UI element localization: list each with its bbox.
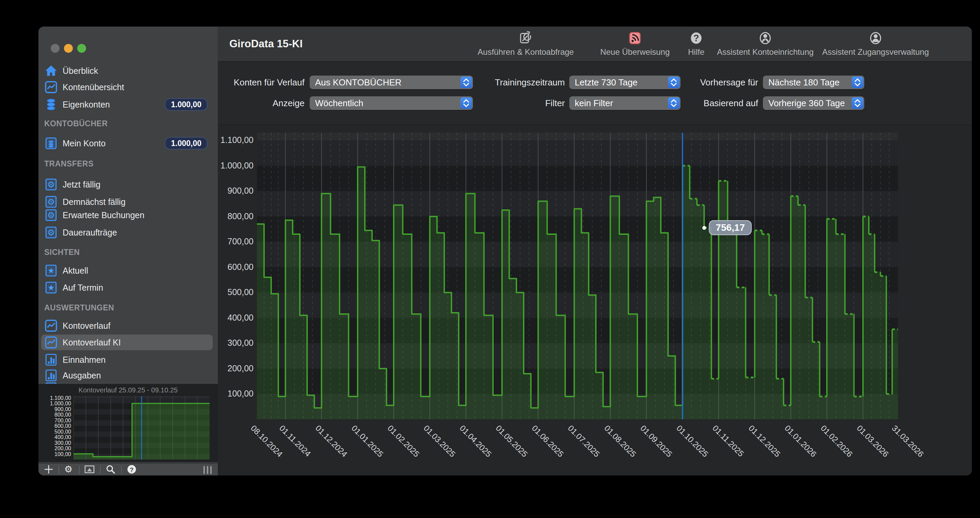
toolbar-separator xyxy=(59,465,59,474)
minimap-y-tick-label: 1.100,00 xyxy=(38,395,71,401)
sidebar-item-kontoverlauf-ki[interactable]: Kontoverlauf KI xyxy=(38,334,218,351)
toolbar-button-assistent-zugangsverwaltung[interactable]: Assistent Zugangsverwaltung xyxy=(822,30,929,57)
sidebar-item-auf-termin[interactable]: ★Auf Termin xyxy=(38,279,218,296)
sidebar-section-header: AUSWERTUNGEN xyxy=(44,303,114,312)
sidebar-item-einnahmen[interactable]: Einnahmen xyxy=(38,352,218,368)
y-tick-label: 400,00 xyxy=(218,313,253,323)
sidebar-item-label: Eigenkonten xyxy=(63,100,110,110)
minimap-chart[interactable] xyxy=(73,396,210,459)
forecast-chart[interactable]: 756,17 xyxy=(257,133,898,419)
toolbar-button-label: Hilfe xyxy=(688,47,705,57)
sidebar-item-label: Jetzt fällig xyxy=(63,180,100,190)
toolbar-button-assistent-kontoeinrichtung[interactable]: Assistent Kontoeinrichtung xyxy=(717,30,814,57)
chart-box-icon xyxy=(44,80,58,94)
minimap-title: Kontoverlauf 25.09.25 - 09.10.25 xyxy=(38,386,218,394)
chart-box-icon xyxy=(44,319,58,333)
gear-box-icon: ⚙ xyxy=(44,195,58,209)
minimize-button[interactable] xyxy=(64,44,73,53)
minimap-y-tick-label: 800,00 xyxy=(38,412,71,418)
toolbar-button-ausführen-kontoabfrage[interactable]: Ausführen & Kontoabfrage xyxy=(478,30,574,57)
svg-text:★: ★ xyxy=(48,283,55,292)
add-icon[interactable] xyxy=(43,464,54,476)
svg-text:?: ? xyxy=(694,33,699,43)
toolbar-button-neue-überweisung[interactable]: Neue Überweisung xyxy=(600,30,670,57)
toolbar-button-hilfe[interactable]: ? Hilfe xyxy=(688,30,705,57)
person-icon xyxy=(822,30,929,46)
y-tick-label: 1.000,00 xyxy=(218,161,253,171)
x-tick-label: 01.11.2025 xyxy=(711,423,746,459)
balance-badge: 1.000,00 xyxy=(165,137,208,150)
toolbar-separator xyxy=(79,465,80,474)
x-tick-label: 01.02.2026 xyxy=(819,423,854,459)
window-title: GiroData 15-KI xyxy=(229,27,302,61)
svg-text:⚙: ⚙ xyxy=(47,228,55,237)
minimap-y-tick-label: 700,00 xyxy=(38,418,71,423)
gear-box-icon: ⚙ xyxy=(44,226,58,239)
run-refresh-icon xyxy=(478,30,574,46)
sidebar-item-label: Kontoverlauf KI xyxy=(63,338,121,347)
hover-point-dot xyxy=(702,226,706,230)
x-tick-label: 01.10.2025 xyxy=(675,423,710,459)
sidebar-toolbar: ⚙? xyxy=(38,463,218,475)
y-tick-label: 900,00 xyxy=(218,186,253,196)
coins-icon xyxy=(44,98,58,111)
close-button[interactable] xyxy=(51,44,60,53)
sidebar-item-label: Aktuell xyxy=(63,266,88,276)
x-tick-label: 01.12.2025 xyxy=(746,423,782,459)
toolbar-separator xyxy=(100,465,101,474)
sidebar-section-header: KONTOBÜCHER xyxy=(44,119,108,128)
sidebar-item-daueraufträge[interactable]: ⚙Daueraufträge xyxy=(38,224,218,241)
gear-box-icon: ⚙ xyxy=(44,178,58,191)
toolbar-button-label: Ausführen & Kontoabfrage xyxy=(478,47,574,57)
settings-icon[interactable]: ⚙ xyxy=(63,464,74,476)
sidebar-section-header: SICHTEN xyxy=(44,248,80,257)
chevron-up-down-icon xyxy=(852,97,863,109)
sidebar-item-erwartete-buchungen[interactable]: ⚙Erwartete Buchungen xyxy=(38,207,218,223)
filter-label: Vorhersage für xyxy=(218,76,758,89)
x-tick-label: 01.04.2025 xyxy=(458,423,493,459)
y-tick-label: 700,00 xyxy=(218,236,253,246)
sidebar-item-label: Mein Konto xyxy=(63,139,105,148)
sidebar-item-jetzt-fällig[interactable]: ⚙Jetzt fällig xyxy=(38,176,218,193)
y-tick-label: 200,00 xyxy=(218,363,253,373)
zoom-button[interactable] xyxy=(77,44,86,53)
balance-badge: 1.000,00 xyxy=(165,98,208,111)
sidebar-item-label: Einnahmen xyxy=(63,355,105,365)
search-icon[interactable] xyxy=(105,464,116,476)
x-tick-label: 01.12.2024 xyxy=(313,423,349,459)
toolbar-button-label: Neue Überweisung xyxy=(600,47,670,57)
y-tick-label: 500,00 xyxy=(218,287,253,297)
sidebar-item-überblick[interactable]: Überblick xyxy=(38,63,218,79)
sidebar-resize-handle[interactable] xyxy=(204,466,212,474)
x-tick-label: 01.05.2025 xyxy=(494,423,530,459)
gear-box-icon: ⚙ xyxy=(44,208,58,222)
x-tick-label: 01.07.2025 xyxy=(566,423,602,459)
x-tick-label: 01.01.2026 xyxy=(783,423,818,459)
minimap-panel: Kontoverlauf 25.09.25 - 09.10.25 1.100,0… xyxy=(38,384,218,462)
main-pane: GiroData 15-KI Ausführen & Kontoabfrage … xyxy=(218,27,972,475)
sidebar-item-eigenkonten[interactable]: Eigenkonten1.000,00 xyxy=(38,96,218,113)
x-tick-label: 01.01.2025 xyxy=(350,423,385,459)
x-tick-label: 01.08.2025 xyxy=(602,423,638,459)
x-tick-label: 01.06.2025 xyxy=(530,423,566,459)
svg-text:★: ★ xyxy=(48,266,55,275)
value-tooltip: 756,17 xyxy=(709,220,752,235)
svg-text:⚙: ⚙ xyxy=(47,180,55,190)
transfer-icon xyxy=(600,30,670,46)
y-tick-label: 800,00 xyxy=(218,211,253,221)
sidebar-item-mein-konto[interactable]: Mein Konto1.000,00 xyxy=(38,135,218,151)
sidebar-item-aktuell[interactable]: ★Aktuell xyxy=(38,262,218,279)
image-icon[interactable] xyxy=(84,464,95,476)
sidebar-item-kontoverlauf[interactable]: Kontoverlauf xyxy=(38,317,218,334)
sidebar-item-kontenübersicht[interactable]: Kontenübersicht xyxy=(38,79,218,95)
dropdown-vorhersage-für[interactable]: Nächste 180 Tage xyxy=(763,76,864,89)
dropdown-basierend-auf[interactable]: Vorherige 360 Tage xyxy=(763,96,864,110)
book-coins-icon xyxy=(44,137,58,150)
filter-label: Basierend auf xyxy=(218,96,758,110)
sidebar-item-label: Demnächst fällig xyxy=(63,197,126,207)
sidebar-section-header: TRANSFERS xyxy=(44,159,94,169)
titlebar[interactable]: GiroData 15-KI Ausführen & Kontoabfrage … xyxy=(218,27,972,62)
help-badge-icon[interactable]: ? xyxy=(127,464,137,476)
dropdown-value: Nächste 180 Tage xyxy=(768,76,840,89)
y-tick-label: 300,00 xyxy=(218,338,253,348)
